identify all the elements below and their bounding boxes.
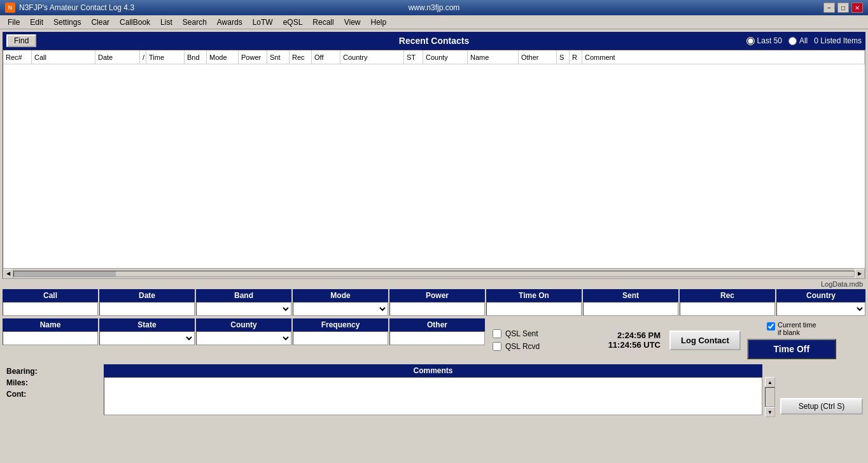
cont-label: Cont: xyxy=(6,390,26,399)
scroll-up-arrow[interactable]: ▲ xyxy=(765,377,775,387)
h-scroll-track[interactable] xyxy=(13,271,855,277)
setup-button[interactable]: Setup (Ctrl S) xyxy=(780,398,863,415)
log-contact-button[interactable]: Log Contact xyxy=(669,331,741,350)
maximize-button[interactable]: □ xyxy=(837,3,849,13)
menu-eqsl[interactable]: eQSL xyxy=(278,17,308,28)
date-input[interactable] xyxy=(99,302,195,316)
col-header-county: County xyxy=(423,50,468,64)
date-group: Date xyxy=(99,289,195,316)
menu-callbook[interactable]: CallBook xyxy=(115,17,155,28)
all-label: All xyxy=(799,36,808,45)
qsl-sent-row[interactable]: QSL Sent xyxy=(493,329,556,338)
qsl-rcvd-checkbox[interactable] xyxy=(493,342,501,351)
call-input[interactable] xyxy=(3,302,98,316)
rec-label: Rec xyxy=(680,289,775,302)
qsl-area: QSL Sent QSL Rcvd xyxy=(486,318,563,362)
time-off-button[interactable]: Time Off xyxy=(747,339,836,359)
qsl-sent-checkbox[interactable] xyxy=(493,329,501,338)
mode-select[interactable] xyxy=(293,302,388,316)
country-select[interactable] xyxy=(776,302,865,316)
menu-awards[interactable]: Awards xyxy=(212,17,248,28)
scroll-left-arrow[interactable]: ◀ xyxy=(3,269,13,279)
comments-area: Comments xyxy=(104,364,762,417)
qsl-rcvd-row[interactable]: QSL Rcvd xyxy=(493,342,556,351)
log-contact-container: Log Contact xyxy=(667,318,743,362)
col-header-r: R xyxy=(570,50,582,64)
menu-help[interactable]: Help xyxy=(365,17,391,28)
date-label: Date xyxy=(99,289,195,302)
minimize-button[interactable]: − xyxy=(823,3,835,13)
state-select[interactable] xyxy=(99,331,195,345)
website-label: www.n3fjp.com xyxy=(409,3,460,12)
col-header-bnd: Bnd xyxy=(185,50,207,64)
menu-list[interactable]: List xyxy=(155,17,178,28)
menu-clear[interactable]: Clear xyxy=(86,17,115,28)
db-file-label: LogData.mdb xyxy=(821,280,863,288)
frequency-label: Frequency xyxy=(293,318,388,331)
time-off-container: Current timeif blank Time Off xyxy=(745,318,839,362)
band-select[interactable] xyxy=(196,302,291,316)
input-row-2: Name State County Frequency Other xyxy=(3,318,865,362)
other-label: Other xyxy=(389,318,485,331)
col-header-rec: Rec# xyxy=(3,50,32,64)
time-on-input[interactable] xyxy=(486,302,582,316)
status-bar: LogData.mdb xyxy=(3,279,865,289)
power-input[interactable] xyxy=(389,302,485,316)
menu-recall[interactable]: Recall xyxy=(307,17,339,28)
menu-view[interactable]: View xyxy=(339,17,366,28)
title-bar: N N3FJP's Amateur Contact Log 4.3 www.n3… xyxy=(0,0,868,15)
qsl-rcvd-label: QSL Rcvd xyxy=(505,342,540,351)
call-group: Call xyxy=(3,289,98,316)
last50-radio[interactable] xyxy=(746,37,755,45)
all-radio[interactable] xyxy=(788,37,797,45)
recent-contacts-bar: Find Recent Contacts Last 50 All 0 Liste… xyxy=(3,32,865,50)
frequency-input[interactable] xyxy=(293,331,388,345)
bottom-section: Bearing: Miles: Cont: Comments ▲ ▼ Setup… xyxy=(3,364,865,417)
name-input[interactable] xyxy=(3,331,98,345)
menu-settings[interactable]: Settings xyxy=(48,17,86,28)
menu-bar: File Edit Settings Clear CallBook List S… xyxy=(0,15,868,29)
title-bar-left: N N3FJP's Amateur Contact Log 4.3 xyxy=(5,3,134,13)
comments-scrollbar[interactable]: ▲ ▼ xyxy=(765,377,775,417)
last50-option[interactable]: Last 50 xyxy=(746,36,782,45)
sent-label: Sent xyxy=(583,289,678,302)
h-scrollbar[interactable]: ◀ ▶ xyxy=(3,268,865,278)
contacts-table: Rec# Call Date / Time Bnd Mode Power Snt… xyxy=(3,50,865,279)
setup-area: Setup (Ctrl S) xyxy=(778,364,865,417)
menu-file[interactable]: File xyxy=(3,17,25,28)
col-header-mode: Mode xyxy=(207,50,239,64)
all-option[interactable]: All xyxy=(788,36,808,45)
close-button[interactable]: ✕ xyxy=(851,3,863,13)
col-header-snt: Snt xyxy=(267,50,290,64)
v-scroll-track[interactable] xyxy=(765,387,775,407)
comments-input[interactable] xyxy=(104,377,762,415)
county-select[interactable] xyxy=(196,331,291,345)
mode-group: Mode xyxy=(293,289,388,316)
left-info: Bearing: Miles: Cont: xyxy=(3,364,101,417)
menu-search[interactable]: Search xyxy=(178,17,212,28)
col-header-country: Country xyxy=(340,50,404,64)
table-header: Rec# Call Date / Time Bnd Mode Power Snt… xyxy=(3,50,865,64)
col-header-rec2: Rec xyxy=(290,50,312,64)
other-input[interactable] xyxy=(389,331,485,345)
menu-edit[interactable]: Edit xyxy=(25,17,48,28)
local-time: 2:24:56 PM xyxy=(617,331,661,340)
current-time-checkbox[interactable] xyxy=(767,322,775,331)
utc-time: 11:24:56 UTC xyxy=(608,340,661,350)
rec-input[interactable] xyxy=(680,302,775,316)
country-group: Country xyxy=(776,289,865,316)
col-header-st: ST xyxy=(404,50,423,64)
menu-lotw[interactable]: LoTW xyxy=(248,17,278,28)
col-header-time: Time xyxy=(146,50,185,64)
frequency-group: Frequency xyxy=(293,318,388,362)
scroll-right-arrow[interactable]: ▶ xyxy=(855,269,865,279)
sent-group: Sent xyxy=(583,289,678,316)
name-group: Name xyxy=(3,318,98,362)
scroll-down-arrow[interactable]: ▼ xyxy=(765,407,775,417)
h-scroll-thumb[interactable] xyxy=(14,271,116,276)
state-group: State xyxy=(99,318,195,362)
find-button[interactable]: Find xyxy=(6,34,36,47)
cont-row: Cont: xyxy=(6,390,97,399)
recent-controls-right: Last 50 All 0 Listed Items xyxy=(746,36,862,45)
sent-input[interactable] xyxy=(583,302,678,316)
